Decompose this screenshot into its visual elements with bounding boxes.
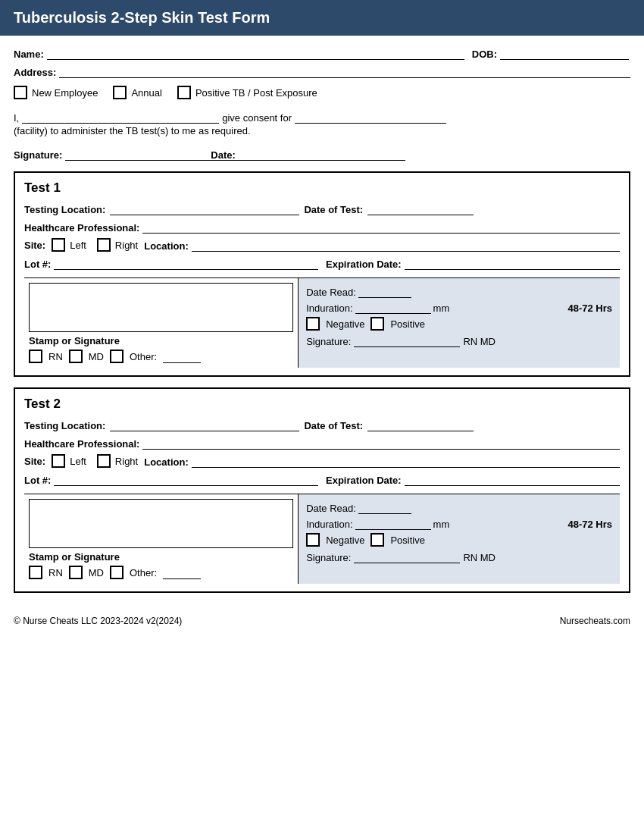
test2-rn-checkbox[interactable] [29,566,42,579]
test1-sig-rn-input[interactable] [354,334,460,347]
test2-other-input[interactable] [163,566,201,579]
test2-lot-group: Lot #: [24,472,318,486]
test2-induration-input[interactable] [355,516,431,530]
test2-healthcare-input[interactable] [142,436,620,450]
test1-other-label: Other: [130,351,157,362]
test1-induration-row: Induration: mm [306,300,504,314]
test1-lot-label: Lot #: [24,259,51,270]
test2-left-checkbox[interactable] [52,454,65,468]
test2-rn-md-label: RN MD [463,552,496,563]
test2-induration-label: Induration: [306,519,352,530]
test1-lot-group: Lot #: [24,256,318,270]
test2-location-input[interactable] [192,454,620,468]
annual-label: Annual [131,87,161,99]
test1-date-of-test-label: Date of Test: [304,204,363,215]
test1-negative-checkbox[interactable] [306,317,320,331]
test2-lot-input[interactable] [54,472,318,486]
test1-induration-input[interactable] [355,300,431,314]
test1-rn-checkbox[interactable] [29,350,42,363]
consent-line1: I, give consent for [14,110,630,124]
test2-negative-checkbox[interactable] [306,533,320,547]
positive-tb-checkbox[interactable] [177,86,191,99]
page-header: Tuberculosis 2-Step Skin Test Form [0,0,644,36]
test1-healthcare-input[interactable] [142,220,620,234]
test2-testing-location-input[interactable] [110,418,299,431]
name-label: Name: [14,49,44,60]
test2-hrs-label: 48-72 Hrs [567,519,612,530]
test1-stamp-read-row: Stamp or Signature RN MD Other: Date Rea… [24,277,620,368]
test2-date-read-row: Date Read: [306,500,504,514]
test1-left-checkbox[interactable] [52,238,65,252]
test2-read-left: Date Read: Induration: mm [306,500,504,530]
test2-exp-label: Expiration Date: [326,475,402,486]
test1-lot-input[interactable] [54,256,318,270]
test1-location-label: Location: [144,240,189,252]
consent-give: give consent for [222,112,292,124]
address-label: Address: [14,67,56,78]
signature-group: Signature: [14,147,195,161]
main-content: Name: DOB: Address: New Employee Annual … [0,36,644,611]
test1-site-row: Site: Left Right Location: [24,238,620,252]
dob-input[interactable] [500,46,629,60]
test1-mm-label: mm [433,303,450,314]
test1-date-of-test-input[interactable] [367,202,474,215]
test1-box: Test 1 Testing Location: Date of Test: H… [14,171,630,377]
test1-positive-checkbox[interactable] [370,317,384,331]
test2-lot-label: Lot #: [24,475,51,486]
date-label: Date: [211,149,236,161]
new-employee-checkbox[interactable] [14,86,27,99]
test2-stamp-read-row: Stamp or Signature RN MD Other: Date Rea… [24,494,620,584]
test1-location-row: Testing Location: Date of Test: [24,202,620,215]
test2-right-label: Right [115,456,138,467]
test1-right-label: Right [115,240,138,251]
test2-right-checkbox[interactable] [97,454,111,468]
test2-sig-rn-row: Signature: RN MD [306,550,612,563]
test1-exp-input[interactable] [405,256,620,270]
dob-group: DOB: [472,46,630,60]
consent-facility-text: (facility) to administer the TB test(s) … [14,125,251,136]
test1-negative-label: Negative [326,318,364,330]
test2-exp-group: Expiration Date: [326,472,620,486]
test2-date-of-test-label: Date of Test: [304,420,363,431]
page-title: Tuberculosis 2-Step Skin Test Form [14,9,270,26]
annual-checkbox[interactable] [113,86,127,99]
name-input[interactable] [47,46,464,60]
address-input[interactable] [59,64,630,78]
test1-md-checkbox[interactable] [69,350,83,363]
footer-copyright: © Nurse Cheats LLC 2023-2024 v2(2024) [14,616,182,626]
test2-read-area: Date Read: Induration: mm 48-72 Hrs Nega… [299,494,620,584]
test2-positive-label: Positive [390,535,425,546]
test2-date-of-test-input[interactable] [367,418,474,431]
test2-title: Test 2 [24,397,620,412]
annual-item: Annual [113,86,161,99]
dob-label: DOB: [472,49,497,60]
test1-sig-rn-label: Signature: [306,336,351,347]
test2-stamp-area: Stamp or Signature RN MD Other: [24,494,299,584]
test2-sig-rn-input[interactable] [354,550,460,563]
test2-mm-label: mm [433,519,450,530]
test1-other-checkbox[interactable] [110,350,123,363]
checkbox-row: New Employee Annual Positive TB / Post E… [14,86,630,99]
test1-testing-location-input[interactable] [110,202,299,215]
date-input[interactable] [239,147,405,161]
test2-date-read-input[interactable] [358,500,411,514]
test2-positive-checkbox[interactable] [370,533,384,547]
test1-right-checkbox[interactable] [97,238,111,252]
test2-exp-input[interactable] [405,472,620,486]
test1-neg-pos-row: Negative Positive [306,317,612,331]
test2-left-item: Left [52,454,86,468]
consent-facility-input[interactable] [295,110,446,124]
test1-positive-label: Positive [390,318,425,330]
consent-name-input[interactable] [22,110,219,124]
test2-other-checkbox[interactable] [110,566,123,579]
test2-healthcare-row: Healthcare Professional: [24,436,620,450]
test1-date-read-input[interactable] [358,284,411,298]
footer: © Nurse Cheats LLC 2023-2024 v2(2024) Nu… [0,611,644,631]
test2-md-checkbox[interactable] [69,566,83,579]
test1-location-input[interactable] [192,238,620,252]
test1-exp-label: Expiration Date: [326,259,402,270]
name-dob-row: Name: DOB: [14,46,630,60]
test1-other-input[interactable] [163,350,201,363]
positive-tb-label: Positive TB / Post Exposure [195,87,317,99]
test2-date-read-label: Date Read: [306,503,356,514]
